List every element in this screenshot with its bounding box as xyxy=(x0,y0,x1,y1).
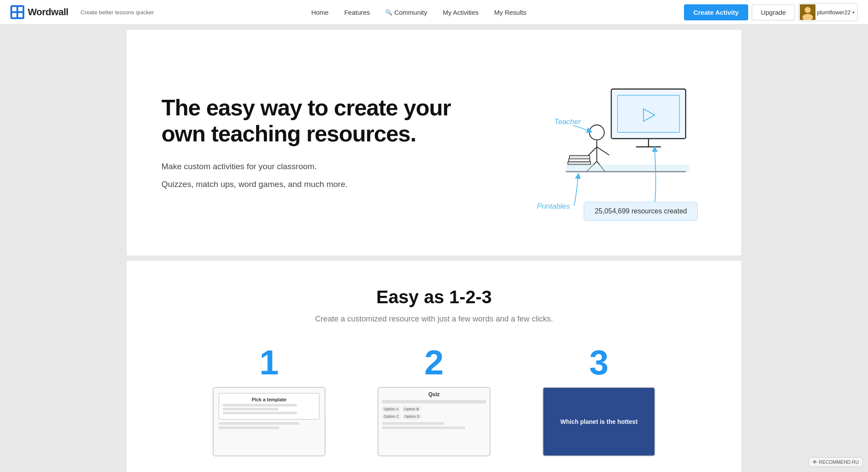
mock-quiz-row-3: Option C Option D xyxy=(382,413,486,420)
quiz-label: Quiz xyxy=(382,391,486,397)
easy-section-subtitle: Create a customized resource with just a… xyxy=(144,315,724,324)
brand-logo: Wordwall xyxy=(10,5,68,19)
chevron-down-icon: ▾ xyxy=(852,10,855,15)
pick-template-label: Pick a template xyxy=(223,397,316,402)
step-2-quiz: Quiz Option A Option B Option C Option D xyxy=(378,388,490,456)
step-1-screenshot-inner: Pick a template xyxy=(214,388,325,456)
svg-rect-23 xyxy=(566,164,690,172)
svg-point-14 xyxy=(589,125,604,140)
mock-quiz-row-1 xyxy=(382,400,486,405)
svg-rect-4 xyxy=(18,13,23,17)
hero-subtitle-1: Make custom activities for your classroo… xyxy=(161,161,461,173)
hero-text: The easy way to create your own teaching… xyxy=(161,95,461,191)
recommend-badge: 👁 RECOMMEND.RU xyxy=(809,457,863,467)
create-activity-button[interactable]: Create Activity xyxy=(684,4,749,20)
upgrade-button[interactable]: Upgrade xyxy=(752,4,795,20)
easy-section: Easy as 1-2-3 Create a customized resour… xyxy=(127,261,741,472)
mock-answer-1: Option A xyxy=(382,406,401,412)
mock-answer-4: Option D xyxy=(403,413,422,420)
hero-illustration: Teacher Printables Interactives 25, xyxy=(524,56,707,229)
mock-line-1 xyxy=(223,404,297,406)
brand-tagline: Create better lessons quicker xyxy=(80,9,154,16)
nav-community-label: Community xyxy=(394,9,427,16)
recommend-icon: 👁 xyxy=(812,459,817,465)
step-1-template-label: Pick a template xyxy=(219,393,319,420)
step-1: 1 Pick a template xyxy=(195,345,343,456)
brand-name: Wordwall xyxy=(28,7,68,18)
page-content: The easy way to create your own teaching… xyxy=(122,25,746,472)
hero-subtitle-2: Quizzes, match ups, word games, and much… xyxy=(161,178,461,191)
nav-features[interactable]: Features xyxy=(337,5,377,20)
svg-rect-3 xyxy=(12,13,16,17)
nav-community[interactable]: 🔍 Community xyxy=(378,5,434,20)
avatar-image xyxy=(800,4,815,20)
nav-my-results[interactable]: My Results xyxy=(487,5,533,20)
svg-rect-2 xyxy=(18,7,23,11)
svg-point-6 xyxy=(805,7,811,13)
steps-row: 1 Pick a template 2 xyxy=(144,345,724,456)
mock-answer-3: Option C xyxy=(382,413,401,420)
svg-rect-1 xyxy=(12,7,16,11)
step-2: 2 Quiz Option A Option B Option C xyxy=(360,345,508,456)
mock-line-4 xyxy=(219,422,299,425)
nav-links: Home Features 🔍 Community My Activities … xyxy=(154,5,684,20)
step-3: 3 Which planet is the hottest xyxy=(525,345,673,456)
wordwall-logo-icon xyxy=(10,5,24,19)
step-1-screenshot: Pick a template xyxy=(213,387,326,456)
quiz-line-2 xyxy=(382,422,444,425)
user-menu-button[interactable]: plumflower22 ▾ xyxy=(799,3,858,21)
brand-logo-link[interactable]: Wordwall xyxy=(10,5,68,19)
mock-answer-2: Option B xyxy=(402,406,421,412)
resources-badge: 25,054,699 resources created xyxy=(584,202,698,221)
search-icon: 🔍 xyxy=(385,9,392,16)
mock-quiz-row-2: Option A Option B xyxy=(382,406,486,412)
recommend-label: RECOMMEND.RU xyxy=(819,459,859,465)
svg-text:Printables: Printables xyxy=(537,202,570,210)
svg-rect-9 xyxy=(618,95,680,132)
hero-section: The easy way to create your own teaching… xyxy=(127,30,741,256)
navbar: Wordwall Create better lessons quicker H… xyxy=(0,0,868,25)
avatar xyxy=(800,4,815,20)
mock-line-2 xyxy=(223,408,278,410)
mock-line-5 xyxy=(219,426,279,429)
navbar-right: Create Activity Upgrade plumflower22 ▾ xyxy=(684,3,858,21)
mock-line-3 xyxy=(223,412,297,414)
step-1-number: 1 xyxy=(260,345,279,380)
step-2-screenshot: Quiz Option A Option B Option C Option D xyxy=(378,387,490,456)
nav-home[interactable]: Home xyxy=(304,5,335,20)
quiz-line-3 xyxy=(382,426,465,429)
nav-my-activities[interactable]: My Activities xyxy=(436,5,486,20)
step-3-screenshot: Which planet is the hottest xyxy=(542,387,655,456)
svg-rect-22 xyxy=(569,156,590,159)
quiz-line-1 xyxy=(382,400,486,403)
step-3-number: 3 xyxy=(589,345,609,380)
step-3-text: Which planet is the hottest xyxy=(553,411,644,432)
username-label: plumflower22 xyxy=(817,9,851,16)
easy-section-title: Easy as 1-2-3 xyxy=(144,287,724,308)
svg-line-17 xyxy=(597,147,609,155)
step-2-number: 2 xyxy=(424,345,444,380)
svg-text:Teacher: Teacher xyxy=(554,117,582,126)
hero-title: The easy way to create your own teaching… xyxy=(161,95,461,147)
